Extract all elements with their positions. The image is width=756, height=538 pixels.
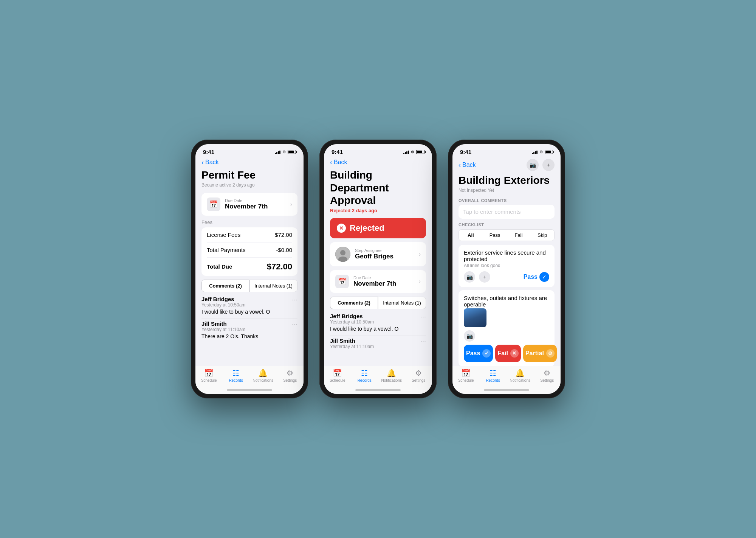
fail-verdict-button[interactable]: Fail ✕ — [495, 345, 521, 362]
settings-icon-1: ⚙ — [287, 369, 293, 378]
signal-icon-1 — [275, 150, 280, 154]
comment-meta-1: Jeff Bridges Yesterday at 10:50am — [201, 296, 245, 309]
due-date-card-left-2: 📅 Due Date November 7th — [335, 275, 396, 288]
tab-label-settings-1: Settings — [283, 378, 297, 383]
nav-bar-3: ‹ Back 📷 + — [452, 157, 561, 174]
tab-item-notifications-2[interactable]: 🔔 Notifications — [378, 369, 405, 383]
settings-icon-2: ⚙ — [415, 369, 422, 378]
fail-verdict-icon: ✕ — [510, 349, 519, 358]
fee-row-payments: Total Payments -$0.00 — [207, 243, 292, 258]
checklist-camera-btn-2[interactable]: 📷 — [464, 330, 475, 342]
more-dots-icon-4[interactable]: ··· — [420, 337, 426, 345]
tab-item-notifications-1[interactable]: 🔔 Notifications — [249, 369, 277, 383]
comments-tabs-1: Comments (2) Internal Notes (1) — [201, 280, 297, 292]
tab-label-schedule-3: Schedule — [458, 378, 474, 383]
filter-tab-all[interactable]: All — [459, 230, 483, 241]
back-label-3: Back — [462, 162, 476, 168]
comment-header-2: Jill Smith Yesterday at 11:10am ··· — [201, 320, 297, 333]
assignee-avatar — [335, 247, 350, 262]
due-date-label-1: Due Date — [225, 198, 268, 203]
checklist-camera-btn-1[interactable]: 📷 — [464, 271, 475, 283]
tab-label-settings-2: Settings — [412, 378, 425, 383]
tab-item-notifications-3[interactable]: 🔔 Notifications — [507, 369, 534, 383]
wifi-icon-3: ⊛ — [539, 149, 543, 154]
settings-icon-3: ⚙ — [544, 369, 550, 378]
status-icons-2: ⊛ — [403, 149, 424, 154]
pass-check-icon-1: ✓ — [539, 272, 549, 282]
filter-tab-fail[interactable]: Fail — [507, 230, 531, 241]
tab-item-records-2[interactable]: ☷ Records — [351, 369, 378, 383]
step-assignee-text: Step Assignee Geoff Briges — [355, 248, 393, 260]
filter-tab-pass[interactable]: Pass — [483, 230, 507, 241]
pass-text-1: Pass — [524, 274, 538, 280]
tab-item-schedule-2[interactable]: 📅 Schedule — [324, 369, 351, 383]
status-icons-1: ⊛ — [275, 149, 296, 154]
due-date-label-2: Due Date — [353, 275, 396, 280]
battery-icon-1 — [288, 150, 296, 154]
due-date-card-1[interactable]: 📅 Due Date November 7th › — [201, 193, 297, 216]
comment-text-3: I would like to buy a vowel. O — [330, 326, 426, 332]
tab-item-records-3[interactable]: ☷ Records — [480, 369, 507, 383]
comments-tab-2[interactable]: Comments (2) — [330, 297, 378, 309]
back-button-1[interactable]: ‹ Back — [201, 159, 219, 166]
due-date-card-2[interactable]: 📅 Due Date November 7th › — [330, 270, 426, 293]
more-dots-icon-3[interactable]: ··· — [420, 313, 426, 321]
records-icon-1: ☷ — [232, 369, 239, 378]
checklist-item-2-actions: 📷 — [464, 330, 549, 342]
phone-1-screen: 9:41 ⊛ ‹ Back — [195, 144, 304, 394]
partial-verdict-label: Partial — [525, 350, 544, 357]
calendar-icon-2: 📅 — [335, 275, 349, 288]
pass-verdict-button[interactable]: Pass ✓ — [464, 345, 493, 362]
add-nav-button[interactable]: + — [542, 159, 555, 171]
checklist-add-btn-1[interactable]: + — [479, 271, 490, 283]
internal-notes-tab-1[interactable]: Internal Notes (1) — [249, 280, 297, 292]
camera-nav-icon: 📷 — [530, 162, 536, 168]
commenter-name-3: Jeff Bridges — [330, 313, 374, 319]
checklist-item-note-1: All lines look good — [464, 263, 549, 268]
status-time-2: 9:41 — [332, 149, 343, 155]
wifi-icon-2: ⊛ — [411, 149, 414, 154]
nav-bar-1: ‹ Back — [195, 157, 304, 169]
tab-label-notifications-2: Notifications — [381, 378, 402, 383]
filter-tab-skip[interactable]: Skip — [530, 230, 554, 241]
rejected-text: Rejected — [350, 223, 384, 233]
wifi-icon-1: ⊛ — [282, 149, 286, 154]
internal-notes-tab-2[interactable]: Internal Notes (1) — [378, 297, 426, 309]
verdict-buttons: Pass ✓ Fail ✕ Partial ⊘ — [464, 345, 549, 362]
pass-verdict-label: Pass — [466, 350, 480, 357]
tab-item-schedule-3[interactable]: 📅 Schedule — [452, 369, 480, 383]
fees-card: License Fees $72.00 Total Payments -$0.0… — [201, 227, 297, 276]
bottom-tab-bar-1: 📅 Schedule ☷ Records 🔔 Notifications ⚙ S… — [195, 366, 304, 386]
camera-nav-button[interactable]: 📷 — [527, 159, 539, 171]
svg-point-1 — [340, 250, 345, 255]
fee-name-due: Total Due — [207, 263, 232, 270]
schedule-icon-1: 📅 — [204, 369, 214, 378]
home-indicator-2 — [324, 386, 432, 394]
tab-label-schedule-2: Schedule — [330, 378, 345, 383]
commenter-name-4: Jill Smith — [330, 337, 374, 344]
more-dots-icon-1[interactable]: ··· — [292, 296, 297, 304]
phone-3: 9:41 ⊛ ‹ Back — [448, 140, 565, 398]
comment-item-2: Jill Smith Yesterday at 11:10am ··· Ther… — [201, 320, 297, 339]
screen-content-1: Permit Fee Became active 2 days ago 📅 Du… — [195, 169, 304, 366]
step-assignee-card[interactable]: Step Assignee Geoff Briges › — [330, 242, 426, 266]
fail-verdict-label: Fail — [497, 350, 508, 357]
back-button-3[interactable]: ‹ Back — [459, 162, 476, 168]
signal-icon-2 — [403, 150, 409, 154]
checklist-item-title-2: Switches, outlets and fixtures are opera… — [464, 295, 549, 308]
partial-verdict-button[interactable]: Partial ⊘ — [523, 345, 557, 362]
partial-verdict-icon: ⊘ — [546, 349, 555, 358]
tab-item-schedule-1[interactable]: 📅 Schedule — [195, 369, 223, 383]
tab-item-settings-2[interactable]: ⚙ Settings — [405, 369, 432, 383]
phone-1: 9:41 ⊛ ‹ Back — [191, 140, 308, 398]
overall-comments-input[interactable]: Tap to enter comments — [459, 205, 555, 219]
tab-item-settings-1[interactable]: ⚙ Settings — [277, 369, 304, 383]
fee-amount-due: $72.00 — [267, 262, 292, 272]
back-button-2[interactable]: ‹ Back — [330, 159, 347, 166]
chevron-right-icon-1: › — [290, 201, 292, 208]
more-dots-icon-2[interactable]: ··· — [292, 320, 297, 328]
tab-item-settings-3[interactable]: ⚙ Settings — [534, 369, 561, 383]
comments-tab-1[interactable]: Comments (2) — [201, 280, 249, 292]
notifications-icon-3: 🔔 — [515, 369, 525, 378]
tab-item-records-1[interactable]: ☷ Records — [223, 369, 250, 383]
